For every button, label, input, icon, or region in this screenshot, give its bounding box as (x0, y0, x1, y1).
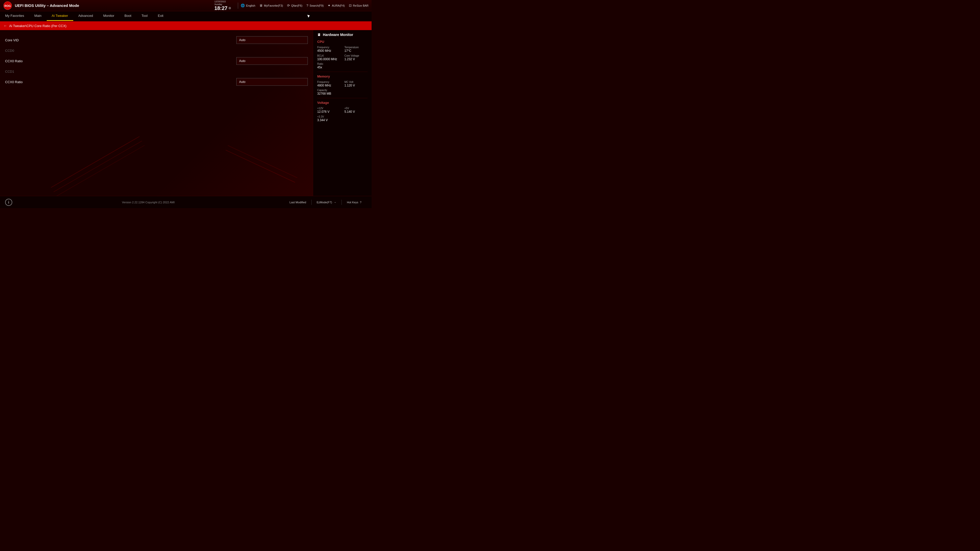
setting-label-core-vid: Core VID (5, 38, 236, 42)
qfan-button[interactable]: ⟳ Qfan(F6) (287, 3, 302, 7)
setting-label-ccd0: CCD0 (5, 49, 308, 52)
header-right: 12/25/2022 Sunday 18:27 ⚙ 🌐 English 🖥 My… (215, 0, 369, 11)
hw-memory-freq-volt: Frequency 4800 MHz MC Volt 1.120 V (317, 80, 368, 88)
globe-icon: 🌐 (241, 3, 245, 7)
hw-mc-volt-block: MC Volt 1.120 V (345, 80, 368, 88)
hw-12v-block: +12V 12.076 V (317, 106, 340, 114)
content-area: Core VID Auto CCD0 CCX0 Ratio Auto CCD1 … (0, 30, 313, 196)
nav-monitor[interactable]: Monitor (98, 11, 119, 21)
last-modified-button[interactable]: Last Modified (284, 200, 311, 205)
nav-exit[interactable]: Exit (153, 11, 169, 21)
setting-label-ccx0-ratio-2: CCX0 Ratio (5, 80, 236, 84)
setting-row-ccx0-ratio-2: CCX0 Ratio Auto (5, 76, 308, 88)
hw-voltage-12v-5v: +12V 12.076 V +5V 5.140 V (317, 106, 368, 114)
nav-my-favorites[interactable]: My Favorites (0, 11, 29, 21)
aura-button[interactable]: ✦ AURA(F4) (328, 3, 345, 7)
monitor-icon: 🖥 (317, 33, 321, 37)
hw-cpu-freq-temp: Frequency 4500 MHz Temperature 17°C (317, 46, 368, 53)
hardware-monitor-panel: 🖥 Hardware Monitor CPU Frequency 4500 MH… (313, 30, 372, 196)
setting-row-ccd0: CCD0 (5, 46, 308, 55)
rog-logo-icon: ROG (3, 1, 12, 10)
breadcrumb-path: Ai Tweaker\CPU Core Ratio (Per CCX) (9, 24, 66, 28)
breadcrumb: ← Ai Tweaker\CPU Core Ratio (Per CCX) (0, 21, 372, 30)
setting-row-core-vid: Core VID Auto (5, 34, 308, 46)
setting-row-ccd1: CCD1 (5, 67, 308, 76)
favorite-icon: 🖥 (259, 3, 262, 7)
setting-label-ccd1: CCD1 (5, 70, 308, 73)
setting-control-ccx0-ratio-2[interactable]: Auto (236, 78, 308, 86)
ezmode-button[interactable]: EzMode(F7) → (311, 200, 342, 205)
navbar: My Favorites Main Ai Tweaker Advanced Mo… (0, 11, 372, 21)
my-favorite-button[interactable]: 🖥 MyFavorite(F3) (259, 3, 283, 7)
hw-mem-freq-block: Frequency 4800 MHz (317, 80, 340, 88)
main-layout: Core VID Auto CCD0 CCX0 Ratio Auto CCD1 … (0, 30, 372, 196)
nav-main[interactable]: Main (29, 11, 46, 21)
header-divider (238, 3, 238, 9)
ezmode-arrow-icon: → (334, 201, 336, 204)
setting-row-ccx0-ratio-1: CCX0 Ratio Auto (5, 55, 308, 67)
hw-core-voltage-block: Core Voltage 1.232 V (345, 54, 368, 62)
hw-5v-block: +5V 5.140 V (345, 106, 368, 114)
footer-right: Last Modified EzMode(F7) → Hot Keys ? (284, 200, 366, 205)
nav-tool[interactable]: Tool (137, 11, 153, 21)
hw-bclk-block: BCLK 100.0000 MHz (317, 54, 340, 62)
settings-icon[interactable]: ⚙ (228, 6, 231, 10)
hotkeys-question-icon: ? (360, 201, 361, 204)
hw-ratio-block: Ratio 45x (317, 62, 368, 70)
footer: i Version 2.22.1284 Copyright (C) 2022 A… (0, 196, 372, 208)
time-display: 18:27 (215, 6, 228, 11)
nav-boot[interactable]: Boot (119, 11, 137, 21)
hw-cpu-freq-block: Frequency 4500 MHz (317, 46, 340, 53)
language-selector[interactable]: 🌐 English (241, 3, 255, 7)
search-button[interactable]: ? Search(F9) (307, 3, 324, 7)
setting-label-ccx0-ratio-1: CCX0 Ratio (5, 59, 236, 63)
info-button[interactable]: i (5, 199, 12, 206)
hw-cpu-section: CPU (317, 40, 368, 44)
back-arrow-icon[interactable]: ← (3, 24, 7, 28)
resizebar-icon: ⊡ (349, 3, 352, 7)
nav-ai-tweaker[interactable]: Ai Tweaker (47, 11, 73, 21)
hw-monitor-title: 🖥 Hardware Monitor (317, 33, 368, 37)
setting-control-ccx0-ratio-1[interactable]: Auto (236, 57, 308, 65)
version-text: Version 2.22.1284 Copyright (C) 2022 AMI (12, 201, 284, 204)
time-area: 18:27 ⚙ (215, 6, 231, 11)
hw-33v-block: +3.3V 3.344 V (317, 115, 368, 122)
app-title: UEFI BIOS Utility – Advanced Mode (15, 3, 79, 8)
hw-cpu-bclk-volt: BCLK 100.0000 MHz Core Voltage 1.232 V (317, 54, 368, 62)
fan-icon: ⟳ (287, 3, 290, 7)
hw-voltage-section: Voltage (317, 101, 368, 105)
header: ROG UEFI BIOS Utility – Advanced Mode 12… (0, 0, 372, 11)
datetime-area: 12/25/2022 Sunday 18:27 ⚙ (215, 0, 231, 11)
logo-area: ROG UEFI BIOS Utility – Advanced Mode (3, 1, 79, 10)
hw-memory-section: Memory (317, 75, 368, 78)
nav-advanced[interactable]: Advanced (73, 11, 98, 21)
resizebar-button[interactable]: ⊡ ReSize BAR (349, 3, 369, 7)
hotkeys-button[interactable]: Hot Keys ? (342, 200, 366, 205)
question-icon: ? (307, 3, 308, 7)
hw-capacity-block: Capacity 32768 MB (317, 89, 368, 96)
aura-icon: ✦ (328, 3, 331, 7)
hw-cpu-temp-block: Temperature 17°C (345, 46, 368, 53)
date-display: 12/25/2022 Sunday (215, 0, 226, 6)
setting-control-core-vid[interactable]: Auto (236, 36, 308, 44)
svg-text:ROG: ROG (4, 4, 11, 7)
toolbar-items: 🌐 English 🖥 MyFavorite(F3) ⟳ Qfan(F6) ? … (241, 3, 369, 7)
